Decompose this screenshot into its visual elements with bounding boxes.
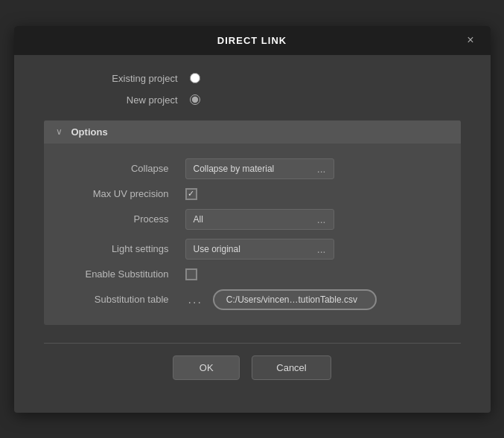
close-button[interactable]: × <box>462 33 478 48</box>
ok-button[interactable]: OK <box>173 355 240 380</box>
light-settings-row: Light settings Use original ... <box>44 234 461 264</box>
dialog-body: Existing project New project ∨ Options C… <box>14 55 491 413</box>
existing-project-row: Existing project <box>89 73 461 84</box>
dialog-header: DIRECT LINK × <box>14 26 491 55</box>
light-settings-label: Light settings <box>59 243 178 254</box>
process-label: Process <box>59 213 178 225</box>
max-uv-row: Max UV precision <box>44 184 461 204</box>
new-project-row: New project <box>89 94 461 106</box>
process-dropdown[interactable]: All ... <box>185 209 334 230</box>
existing-project-label: Existing project <box>89 73 178 84</box>
chevron-down-icon: ∨ <box>56 126 63 137</box>
new-project-label: New project <box>89 94 178 106</box>
enable-subst-checkbox[interactable] <box>185 268 197 280</box>
process-value: All <box>194 214 203 225</box>
subst-table-label: Substitution table <box>59 294 178 305</box>
light-settings-value: Use original <box>194 244 240 254</box>
collapse-label: Collapse <box>59 163 178 174</box>
subst-table-controls: ... C:/Users/vincen…tutionTable.csv <box>185 289 377 310</box>
collapse-row: Collapse Collapse by material ... <box>44 154 461 184</box>
footer-separator <box>44 343 461 344</box>
dialog-footer: OK Cancel <box>44 355 461 398</box>
process-row: Process All ... <box>44 204 461 234</box>
subst-table-row: Substitution table ... C:/Users/vincen…t… <box>44 285 461 315</box>
light-settings-dropdown[interactable]: Use original ... <box>185 239 334 260</box>
options-section: ∨ Options Collapse Collapse by material … <box>44 120 461 325</box>
options-label: Options <box>71 126 108 138</box>
enable-subst-label: Enable Substitution <box>59 268 178 280</box>
process-dots: ... <box>317 213 326 225</box>
subst-table-browse-button[interactable]: ... <box>185 293 205 306</box>
cancel-button[interactable]: Cancel <box>252 355 331 380</box>
existing-project-radio[interactable] <box>190 73 200 83</box>
max-uv-label: Max UV precision <box>59 188 178 199</box>
enable-subst-row: Enable Substitution <box>44 264 461 285</box>
options-header[interactable]: ∨ Options <box>44 120 461 144</box>
collapse-dropdown[interactable]: Collapse by material ... <box>185 158 334 179</box>
direct-link-dialog: DIRECT LINK × Existing project New proje… <box>14 26 491 413</box>
new-project-radio[interactable] <box>190 94 200 105</box>
light-settings-dots: ... <box>317 243 326 255</box>
collapse-value: Collapse by material <box>194 164 275 174</box>
options-body: Collapse Collapse by material ... Max UV… <box>44 144 461 325</box>
subst-table-file-field[interactable]: C:/Users/vincen…tutionTable.csv <box>213 289 377 310</box>
dialog-title: DIRECT LINK <box>217 35 287 46</box>
max-uv-checkbox[interactable] <box>185 188 197 200</box>
project-type-group: Existing project New project <box>44 73 461 106</box>
collapse-dots: ... <box>317 163 326 175</box>
